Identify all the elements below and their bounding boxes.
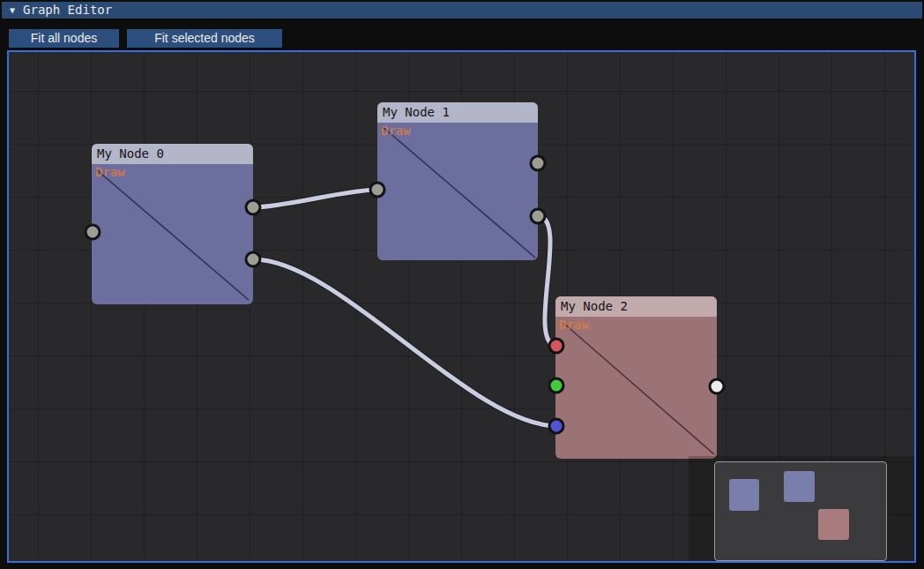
fit-all-nodes-button[interactable]: Fit all nodes (9, 29, 119, 48)
minimap-node-0 (729, 479, 759, 511)
node1-output-pin-2[interactable] (530, 208, 547, 225)
minimap[interactable] (714, 461, 887, 561)
node-content-label: Draw (95, 165, 125, 179)
minimap-node-2 (818, 509, 849, 540)
collapse-arrow-icon: ▼ (10, 6, 15, 15)
graph-editor-header[interactable]: ▼ Graph Editor (2, 2, 922, 19)
node-my-node-0[interactable]: My Node 0 Draw (92, 144, 253, 304)
node-diagonal-line (377, 123, 538, 260)
header-title: Graph Editor (23, 2, 112, 19)
node-content-label: Draw (381, 124, 411, 138)
node0-output-pin-2[interactable] (245, 251, 262, 268)
node-titlebar[interactable]: My Node 0 (92, 144, 253, 164)
node-editor-canvas[interactable]: My Node 0 Draw My Node 1 Draw My Node 2 … (7, 50, 916, 563)
node-my-node-2[interactable]: My Node 2 Draw (555, 296, 717, 459)
node-titlebar[interactable]: My Node 2 (555, 296, 717, 317)
node-body: Draw (555, 317, 717, 459)
fit-selected-nodes-button[interactable]: Fit selected nodes (127, 29, 282, 48)
node1-input-pin[interactable] (369, 182, 386, 198)
link-node0-to-node2-blue[interactable] (253, 259, 557, 426)
node-my-node-1[interactable]: My Node 1 Draw (377, 102, 538, 260)
node1-output-pin-1[interactable] (530, 155, 547, 172)
node0-output-pin-1[interactable] (245, 199, 262, 216)
link-node0-to-node1[interactable] (253, 190, 377, 207)
node2-input-pin-blue[interactable] (548, 418, 565, 435)
link-node1-to-node2-red[interactable] (538, 216, 557, 346)
node2-output-pin[interactable] (709, 378, 726, 395)
node-content-label: Draw (559, 318, 589, 332)
node-body: Draw (377, 123, 538, 260)
node-diagonal-line (555, 317, 717, 459)
node-body: Draw (92, 164, 253, 304)
node2-input-pin-red[interactable] (548, 338, 565, 355)
node0-input-pin[interactable] (85, 224, 101, 241)
minimap-node-1 (784, 471, 815, 502)
node2-input-pin-green[interactable] (548, 378, 565, 394)
node-diagonal-line (92, 164, 253, 304)
node-titlebar[interactable]: My Node 1 (377, 102, 538, 123)
